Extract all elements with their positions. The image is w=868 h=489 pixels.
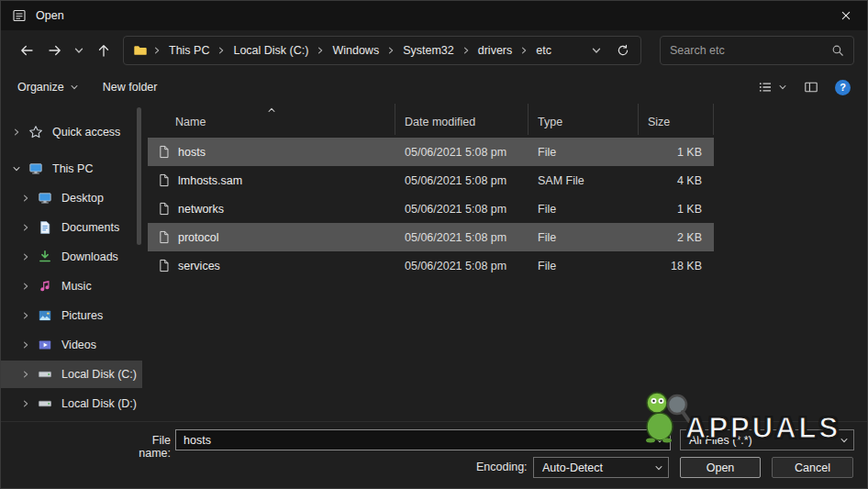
file-row-hosts[interactable]: hosts 05/06/2021 5:08 pm File 1 KB — [148, 138, 714, 166]
file-row-lmhosts[interactable]: lmhosts.sam 05/06/2021 5:08 pm SAM File … — [148, 166, 714, 194]
chevron-right-icon — [19, 340, 32, 350]
preview-pane-button[interactable] — [804, 80, 818, 94]
breadcrumb-expand-chevron[interactable] — [151, 46, 162, 55]
column-header-date-modified[interactable]: Date modified — [395, 104, 529, 135]
breadcrumb-windows[interactable]: Windows — [326, 39, 385, 61]
title-bar: Open — [1, 1, 867, 30]
recent-locations-button[interactable] — [69, 37, 89, 64]
file-name-input[interactable] — [176, 434, 650, 447]
back-button[interactable] — [12, 37, 40, 64]
sidebar-item-local-disk-c[interactable]: Local Disk (C:) — [1, 361, 142, 388]
date-cell: 05/06/2021 5:08 pm — [395, 203, 529, 216]
sidebar-item-label: Videos — [61, 339, 96, 351]
type-cell: File — [529, 203, 639, 216]
sidebar-item-videos[interactable]: Videos — [1, 331, 142, 359]
file-name-dropdown-button[interactable] — [650, 430, 670, 450]
navigation-pane: Quick access This PC Desktop Documents — [1, 104, 142, 421]
up-button[interactable] — [89, 37, 117, 64]
sidebar-item-label: Quick access — [52, 126, 120, 139]
type-cell: SAM File — [529, 174, 639, 187]
file-name-combobox — [175, 429, 671, 450]
name-cell: services — [148, 259, 395, 272]
sidebar-item-desktop[interactable]: Desktop — [1, 184, 142, 212]
breadcrumb-expand-chevron[interactable] — [518, 46, 529, 55]
encoding-select[interactable]: Auto-Detect — [533, 457, 669, 478]
file-row-networks[interactable]: networks 05/06/2021 5:08 pm File 1 KB — [148, 194, 714, 223]
organize-label: Organize — [17, 81, 64, 94]
sidebar-item-quick-access[interactable]: Quick access — [1, 118, 142, 146]
dialog-footer: File name: All Files (*.*) Encoding: Aut… — [1, 421, 867, 489]
breadcrumb-expand-chevron[interactable] — [315, 46, 326, 55]
sidebar-item-local-disk-d[interactable]: Local Disk (D:) — [1, 390, 142, 417]
file-name-label: File name: — [118, 434, 171, 460]
encoding-value: Auto-Detect — [542, 461, 603, 474]
organize-button[interactable]: Organize — [17, 81, 79, 94]
window-title: Open — [36, 9, 64, 22]
sidebar-item-documents[interactable]: Documents — [1, 214, 142, 241]
date-cell: 05/06/2021 5:08 pm — [395, 231, 529, 244]
chevron-down-icon — [650, 463, 668, 472]
sidebar-item-downloads[interactable]: Downloads — [1, 243, 142, 271]
change-view-button[interactable] — [758, 80, 787, 94]
up-icon — [96, 43, 111, 58]
column-header-name[interactable]: Name — [148, 104, 395, 135]
sidebar-item-label: Documents — [61, 221, 119, 234]
file-icon — [158, 259, 170, 272]
new-folder-button[interactable]: New folder — [103, 81, 158, 94]
close-button[interactable] — [825, 1, 867, 30]
sidebar-item-label: Local Disk (C:) — [61, 368, 137, 381]
file-rows: hosts 05/06/2021 5:08 pm File 1 KB lmhos… — [148, 138, 867, 280]
file-row-protocol[interactable]: protocol 05/06/2021 5:08 pm File 2 KB — [148, 223, 714, 251]
breadcrumb-drivers[interactable]: drivers — [472, 39, 519, 61]
address-dropdown-button[interactable] — [586, 37, 606, 64]
command-toolbar: Organize New folder ? — [1, 71, 867, 104]
sidebar-scrollbar[interactable] — [137, 107, 141, 245]
size-cell: 1 KB — [639, 203, 714, 216]
search-input[interactable] — [670, 44, 824, 57]
chevron-down-icon — [73, 45, 84, 56]
open-button[interactable]: Open — [680, 457, 761, 478]
chevron-down-icon — [591, 45, 602, 56]
forward-button[interactable] — [40, 37, 69, 64]
file-icon — [158, 230, 170, 244]
back-icon — [19, 43, 34, 58]
monitor-icon — [28, 161, 43, 176]
name-cell: hosts — [148, 145, 395, 159]
chevron-right-icon — [19, 311, 32, 320]
breadcrumb-local-disk-c[interactable]: Local Disk (C:) — [227, 39, 315, 61]
star-icon — [28, 125, 43, 139]
help-button[interactable]: ? — [835, 80, 851, 95]
date-cell: 05/06/2021 5:08 pm — [395, 146, 529, 159]
refresh-button[interactable] — [608, 37, 637, 64]
file-icon — [158, 173, 170, 187]
breadcrumb-etc[interactable]: etc — [529, 39, 558, 61]
breadcrumb-expand-chevron[interactable] — [461, 46, 472, 55]
document-icon — [38, 220, 52, 235]
column-header-type[interactable]: Type — [529, 104, 639, 135]
size-cell: 2 KB — [639, 231, 714, 244]
breadcrumb-expand-chevron[interactable] — [385, 46, 396, 55]
sidebar-item-pictures[interactable]: Pictures — [1, 302, 142, 329]
column-header-size[interactable]: Size — [639, 104, 714, 135]
sidebar-group-gap — [1, 148, 142, 155]
main-area: Quick access This PC Desktop Documents — [1, 104, 867, 421]
breadcrumb-this-pc[interactable]: This PC — [162, 39, 216, 61]
close-icon — [840, 9, 852, 22]
chevron-right-icon — [19, 282, 32, 291]
sidebar-item-this-pc[interactable]: This PC — [1, 155, 142, 183]
cancel-button[interactable]: Cancel — [772, 457, 853, 478]
breadcrumb-system32[interactable]: System32 — [396, 39, 461, 61]
chevron-down-icon — [835, 436, 853, 445]
file-type-select[interactable]: All Files (*.*) — [680, 429, 854, 450]
disk-icon — [38, 367, 52, 382]
file-row-services[interactable]: services 05/06/2021 5:08 pm File 18 KB — [148, 251, 714, 280]
new-folder-label: New folder — [103, 81, 158, 94]
type-cell: File — [529, 146, 639, 159]
chevron-down-icon — [10, 164, 23, 173]
address-bar[interactable]: This PC Local Disk (C:) Windows System32… — [123, 36, 641, 65]
sidebar-item-music[interactable]: Music — [1, 272, 142, 300]
file-icon — [158, 202, 170, 216]
sidebar-item-label: Pictures — [61, 309, 103, 322]
breadcrumb-expand-chevron[interactable] — [216, 46, 227, 55]
chevron-right-icon — [19, 399, 32, 408]
